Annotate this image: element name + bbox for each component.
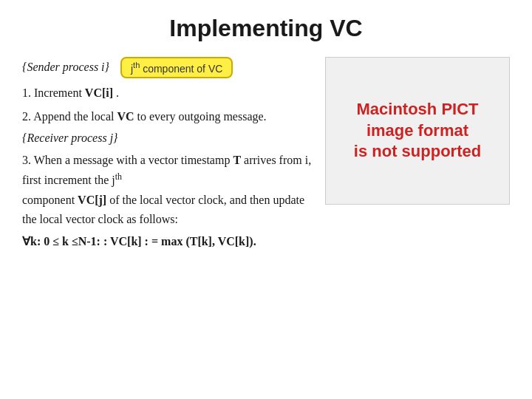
step1-text: Increment [34, 86, 85, 99]
step2-text2: to every outgoing message. [137, 110, 267, 123]
forall-line: ∀k: 0 ≤ k ≤N-1: : VC[k] : = max (T[k], V… [22, 234, 318, 248]
step3-vcj: VC[j] [78, 194, 106, 206]
step1-num: 1. [22, 86, 31, 99]
page-title: Implementing VC [22, 15, 510, 42]
step-1: 1. Increment VC[i] . [22, 84, 318, 102]
step-2: 2. Append the local VC to every outgoing… [22, 108, 318, 126]
step3-T: T [233, 154, 241, 166]
pict-notice: Macintosh PICT image format is not suppo… [354, 99, 481, 163]
pict-line2: image format [366, 121, 468, 140]
page: Implementing VC {Sender process i} jth c… [0, 0, 532, 399]
step3-sup: th [115, 171, 122, 182]
step3-intro: When a message with a vector timestamp [34, 154, 233, 166]
sender-row: {Sender process i} jth component of VC [22, 57, 318, 78]
step2-text: Append the local [33, 110, 117, 123]
sender-label: {Sender process i} [22, 61, 109, 74]
receiver-label: {Receiver process j} [22, 132, 318, 145]
step1-dot: . [116, 86, 119, 99]
pict-image-placeholder: Macintosh PICT image format is not suppo… [325, 57, 510, 205]
pict-line1: Macintosh PICT [356, 100, 478, 118]
step2-num: 2. [22, 110, 31, 123]
left-column: {Sender process i} jth component of VC 1… [22, 57, 318, 248]
content-area: {Sender process i} jth component of VC 1… [22, 57, 510, 248]
step3-num: 3. [22, 154, 31, 166]
badge-suffix: component of VC [140, 63, 222, 75]
pict-line3: is not supported [354, 142, 481, 160]
step2-vc: VC [117, 110, 134, 123]
step3-text2: component [22, 194, 78, 206]
vc-badge: jth component of VC [120, 57, 233, 78]
step-3: 3. When a message with a vector timestam… [22, 151, 318, 230]
step1-vc: VC[i] [85, 86, 113, 99]
badge-sup: th [133, 61, 140, 69]
